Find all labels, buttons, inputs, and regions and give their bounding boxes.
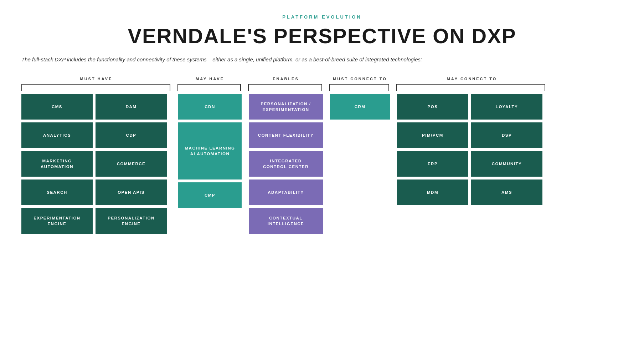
box-content-flexibility: CONTENT FLEXIBILITY bbox=[249, 122, 323, 148]
table-row: CDN bbox=[178, 94, 242, 120]
box-cms: CMS bbox=[21, 94, 93, 120]
table-row: MARKETINGAUTOMATION COMMERCE bbox=[21, 151, 171, 177]
column-headers: MUST HAVE MAY HAVE ENABLES MUST CONNECT … bbox=[21, 77, 623, 81]
enables-col: PERSONALIZATION /EXPERIMENTATION CONTENT… bbox=[249, 94, 323, 234]
box-loyalty: LOYALTY bbox=[471, 94, 542, 120]
header-must-connect: MUST CONNECT TO bbox=[330, 77, 390, 81]
table-row: ADAPTABILITY bbox=[249, 180, 323, 205]
columns-body: CMS DAM ANALYTICS CDP MARKETINGAUTOMATIO… bbox=[21, 94, 623, 234]
table-row: POS LOYALTY bbox=[397, 94, 547, 120]
box-personalization-experimentation: PERSONALIZATION /EXPERIMENTATION bbox=[249, 94, 323, 120]
bracket-may-connect bbox=[396, 84, 545, 91]
header-may-have: MAY HAVE bbox=[178, 77, 242, 81]
box-mdm: MDM bbox=[397, 180, 468, 205]
box-experimentation-engine: EXPERIMENTATIONENGINE bbox=[21, 208, 93, 234]
table-row: CRM bbox=[330, 94, 390, 120]
box-community: COMMUNITY bbox=[471, 151, 542, 177]
box-pos: POS bbox=[397, 94, 468, 120]
box-cdp: CDP bbox=[96, 122, 167, 148]
box-integrated-control-center: INTEGRATEDCONTROL CENTER bbox=[249, 151, 323, 177]
subtitle: The full-stack DXP includes the function… bbox=[21, 56, 620, 62]
table-row: SEARCH OPEN APIS bbox=[21, 180, 171, 205]
box-machine-learning: MACHINE LEARNINGAI AUTOMATION bbox=[178, 122, 242, 180]
box-adaptability: ADAPTABILITY bbox=[249, 180, 323, 205]
box-marketing-automation: MARKETINGAUTOMATION bbox=[21, 151, 93, 177]
table-row: PIM/PCM DSP bbox=[397, 122, 547, 148]
box-crm: CRM bbox=[330, 94, 390, 120]
box-contextual-intelligence: CONTEXTUALINTELLIGENCE bbox=[249, 208, 323, 234]
box-pim-pcm: PIM/PCM bbox=[397, 122, 468, 148]
bracket-may-have bbox=[177, 84, 241, 91]
must-have-col: CMS DAM ANALYTICS CDP MARKETINGAUTOMATIO… bbox=[21, 94, 171, 234]
platform-label: PLATFORM EVOLUTION bbox=[21, 14, 623, 20]
header-enables: ENABLES bbox=[249, 77, 323, 81]
table-row: INTEGRATEDCONTROL CENTER bbox=[249, 151, 323, 177]
table-row: CMP bbox=[178, 182, 242, 208]
grid-section: MUST HAVE MAY HAVE ENABLES MUST CONNECT … bbox=[21, 77, 623, 234]
table-row: ERP COMMUNITY bbox=[397, 151, 547, 177]
page-header: PLATFORM EVOLUTION VERNDALE'S PERSPECTIV… bbox=[21, 14, 623, 48]
table-row: MDM AMS bbox=[397, 180, 547, 205]
bracket-enables bbox=[248, 84, 322, 91]
brackets-row bbox=[21, 84, 623, 91]
table-row: CMS DAM bbox=[21, 94, 171, 120]
box-dam: DAM bbox=[96, 94, 167, 120]
table-row: ANALYTICS CDP bbox=[21, 122, 171, 148]
box-cmp: CMP bbox=[178, 182, 242, 208]
bracket-must-connect bbox=[329, 84, 389, 91]
box-commerce: COMMERCE bbox=[96, 151, 167, 177]
table-row: MACHINE LEARNINGAI AUTOMATION bbox=[178, 122, 242, 180]
box-open-apis: OPEN APIS bbox=[96, 180, 167, 205]
may-have-col: CDN MACHINE LEARNINGAI AUTOMATION CMP bbox=[178, 94, 242, 208]
box-ams: AMS bbox=[471, 180, 542, 205]
table-row: PERSONALIZATION /EXPERIMENTATION bbox=[249, 94, 323, 120]
box-dsp: DSP bbox=[471, 122, 542, 148]
table-row: CONTEXTUALINTELLIGENCE bbox=[249, 208, 323, 234]
main-title: VERNDALE'S PERSPECTIVE ON DXP bbox=[21, 24, 623, 48]
box-cdn: CDN bbox=[178, 94, 242, 120]
must-connect-col: CRM bbox=[330, 94, 390, 120]
box-search: SEARCH bbox=[21, 180, 93, 205]
bracket-must-have bbox=[21, 84, 170, 91]
table-row: EXPERIMENTATIONENGINE PERSONALIZATIONENG… bbox=[21, 208, 171, 234]
header-may-connect: MAY CONNECT TO bbox=[397, 77, 547, 81]
box-personalization-engine: PERSONALIZATIONENGINE bbox=[96, 208, 167, 234]
may-connect-col: POS LOYALTY PIM/PCM DSP ERP COMMUNITY MD… bbox=[397, 94, 547, 205]
table-row: CONTENT FLEXIBILITY bbox=[249, 122, 323, 148]
header-must-have: MUST HAVE bbox=[21, 77, 171, 81]
box-erp: ERP bbox=[397, 151, 468, 177]
box-analytics: ANALYTICS bbox=[21, 122, 93, 148]
